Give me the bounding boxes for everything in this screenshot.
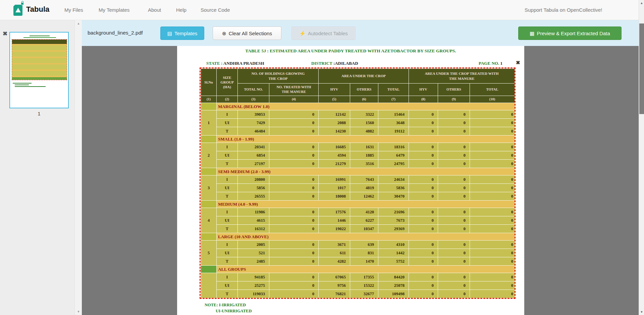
preview-export-button[interactable]: ▦ Preview & Export Extracted Data <box>518 27 622 40</box>
nav-item-my-files[interactable]: My Files <box>64 7 83 13</box>
page-thumbnail[interactable] <box>9 32 69 108</box>
nav-item-about[interactable]: About <box>148 7 161 13</box>
clear-all-selections-button[interactable]: ⊗ Clear All Selections <box>213 27 281 40</box>
main-area: background_lines_2.pdf ▤ Templates ⊗ Cle… <box>82 20 639 315</box>
autodetect-tables-button: ⚡ Autodetect Tables <box>291 27 356 40</box>
nav-item-source-code[interactable]: Source Code <box>201 7 230 13</box>
templates-icon: ▤ <box>167 31 172 36</box>
mini-title-line <box>30 36 50 36</box>
document-filename: background_lines_2.pdf <box>88 30 143 36</box>
clear-button-label: Clear All Selections <box>229 31 272 36</box>
window-scrollbar[interactable]: ▲ ▼ <box>639 0 644 315</box>
nav-item-help[interactable]: Help <box>176 7 186 13</box>
mini-subtitle-line <box>23 37 56 38</box>
lock-icon <box>21 2 24 5</box>
tabula-logo-icon[interactable] <box>13 5 22 16</box>
mini-note-line <box>13 83 32 84</box>
pdf-glyph-icon <box>15 8 21 12</box>
navbar: Tabula My Files My Templates About Help … <box>0 0 644 20</box>
page-number-label: 1 <box>9 111 69 116</box>
note-line-2: UI-UNIRRIGATED <box>216 309 252 314</box>
sidebar-scrollbar[interactable]: ▲ ▼ <box>74 20 82 315</box>
templates-button-label: Templates <box>174 31 197 36</box>
pdf-viewer[interactable]: TABLE 5J : ESTIMATED AREA UNDER PADDY TR… <box>82 46 639 315</box>
mini-note-line <box>15 86 46 87</box>
state-label: STATE : ANDHRA PRADESH <box>206 61 264 66</box>
autodetect-button-label: Autodetect Tables <box>308 31 348 36</box>
page-fold-icon <box>13 4 16 7</box>
pdf-page[interactable]: TABLE 5J : ESTIMATED AREA UNDER PADDY TR… <box>177 46 524 315</box>
mini-selection-box <box>12 39 67 80</box>
export-button-label: Preview & Export Extracted Data <box>537 31 610 36</box>
sidebar: ✖ 1 <box>0 20 74 315</box>
scroll-up-icon[interactable]: ▲ <box>639 1 644 5</box>
scrollbar-thumb[interactable] <box>639 23 644 114</box>
document-title: TABLE 5J : ESTIMATED AREA UNDER PADDY TR… <box>177 48 524 54</box>
scroll-down-icon[interactable]: ▼ <box>639 310 644 314</box>
note-line-1: NOTE: I-IRRIGATED <box>205 303 246 308</box>
scroll-up-icon[interactable]: ▲ <box>75 22 82 25</box>
clear-icon: ⊗ <box>222 31 226 36</box>
district-label: DISTRICT :ADILABAD <box>311 61 358 66</box>
mini-note-line <box>15 85 29 85</box>
selection-close-icon[interactable]: ✖ <box>516 60 520 66</box>
autodetect-icon: ⚡ <box>299 31 306 36</box>
support-link[interactable]: Support Tabula on OpenCollective! <box>525 7 602 13</box>
export-table-icon: ▦ <box>530 31 534 36</box>
nav-item-my-templates[interactable]: My Templates <box>99 7 129 13</box>
table-selection-box[interactable] <box>200 67 516 299</box>
thumbnail-close-icon[interactable]: ✖ <box>3 31 7 37</box>
brand-title[interactable]: Tabula <box>26 5 49 14</box>
scroll-down-icon[interactable]: ▼ <box>75 310 82 313</box>
templates-button[interactable]: ▤ Templates <box>160 27 204 40</box>
toolbar: background_lines_2.pdf ▤ Templates ⊗ Cle… <box>82 20 639 46</box>
page-no-label: PAGE NO. 1 <box>479 61 502 66</box>
